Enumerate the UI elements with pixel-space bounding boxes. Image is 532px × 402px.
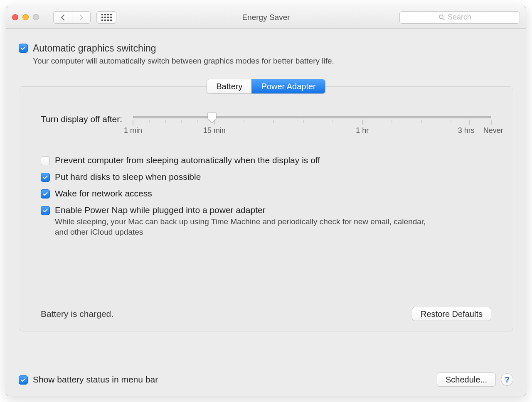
power-settings-panel-wrap: Battery Power Adapter Turn display off a… [19, 86, 513, 364]
traffic-lights [12, 14, 39, 20]
back-button[interactable] [54, 12, 72, 23]
schedule-button[interactable]: Schedule... [437, 373, 496, 387]
checkmark-icon [20, 45, 26, 51]
hard-disks-label: Put hard disks to sleep when possible [55, 172, 201, 182]
help-button[interactable]: ? [501, 373, 513, 386]
tick-3hrs: 3 hrs [458, 126, 475, 135]
hard-disks-checkbox[interactable] [41, 173, 50, 182]
tab-power-adapter[interactable]: Power Adapter [252, 79, 325, 93]
nav-buttons [53, 11, 91, 24]
display-off-slider-area: 1 min 15 min 1 hr 3 hrs Never [133, 116, 491, 135]
show-all-button[interactable] [96, 11, 116, 24]
hard-disks-row: Put hard disks to sleep when possible [41, 172, 491, 182]
checkmark-icon [42, 191, 48, 197]
wake-network-checkbox[interactable] [41, 189, 50, 199]
search-icon [438, 14, 445, 21]
minimize-window-button[interactable] [22, 14, 29, 20]
power-nap-label: Enable Power Nap while plugged into a po… [55, 205, 433, 215]
panel-footer: Battery is charged. Restore Defaults [41, 307, 491, 321]
tick-1hr: 1 hr [356, 126, 369, 135]
preferences-window: Energy Saver Automatic graphics switchin… [6, 6, 526, 396]
automatic-graphics-checkbox[interactable] [19, 44, 28, 53]
slider-ticks [133, 120, 491, 125]
zoom-window-button [33, 14, 39, 20]
grid-icon [101, 14, 112, 21]
checkmark-icon [42, 208, 48, 213]
show-battery-checkbox[interactable] [19, 375, 28, 385]
power-nap-row: Enable Power Nap while plugged into a po… [41, 205, 491, 237]
forward-button[interactable] [72, 12, 90, 23]
tick-never: Never [483, 126, 503, 135]
options-list: Prevent computer from sleeping automatic… [41, 155, 491, 237]
titlebar: Energy Saver [6, 6, 526, 29]
search-input[interactable] [448, 13, 481, 22]
chevron-right-icon [79, 14, 84, 21]
display-off-label: Turn display off after: [41, 114, 122, 124]
automatic-graphics-description: Your computer will automatically switch … [33, 56, 334, 66]
tick-15min: 15 min [203, 126, 226, 135]
close-window-button[interactable] [12, 14, 18, 20]
display-off-row: Turn display off after: [41, 116, 491, 135]
prevent-sleep-checkbox[interactable] [41, 156, 50, 165]
restore-defaults-button[interactable]: Restore Defaults [412, 307, 491, 321]
bottom-row: Show battery status in menu bar Schedule… [19, 373, 513, 387]
tick-1min: 1 min [124, 126, 142, 135]
search-field[interactable] [399, 11, 520, 24]
tab-battery[interactable]: Battery [207, 79, 251, 93]
display-off-slider[interactable] [133, 116, 491, 118]
power-nap-description: While sleeping, your Mac can back up usi… [55, 217, 433, 237]
automatic-graphics-label: Automatic graphics switching [33, 43, 334, 54]
slider-tick-labels: 1 min 15 min 1 hr 3 hrs Never [133, 126, 491, 135]
prevent-sleep-label: Prevent computer from sleeping automatic… [55, 155, 320, 165]
power-nap-checkbox[interactable] [41, 206, 50, 215]
content-area: Automatic graphics switching Your comput… [6, 29, 526, 396]
automatic-graphics-row: Automatic graphics switching Your comput… [19, 43, 513, 66]
prevent-sleep-row: Prevent computer from sleeping automatic… [41, 155, 491, 165]
checkmark-icon [42, 174, 48, 180]
power-settings-panel: Turn display off after: [19, 86, 513, 331]
show-battery-label: Show battery status in menu bar [33, 375, 158, 385]
wake-network-row: Wake for network access [41, 189, 491, 199]
svg-line-1 [443, 18, 444, 20]
power-source-tabs: Battery Power Adapter [207, 79, 325, 94]
chevron-left-icon [60, 14, 65, 21]
wake-network-label: Wake for network access [55, 189, 152, 199]
checkmark-icon [20, 377, 26, 383]
battery-status: Battery is charged. [41, 309, 113, 319]
